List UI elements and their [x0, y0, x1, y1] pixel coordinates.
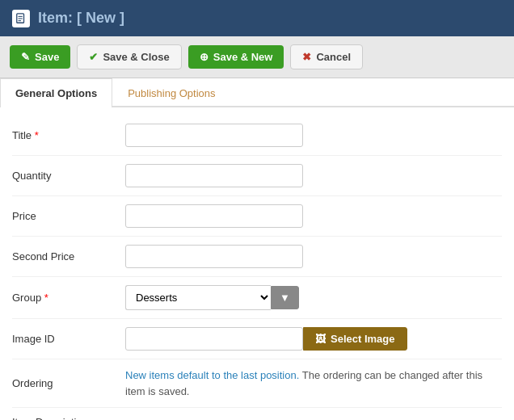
image-id-input-wrap: 🖼 Select Image — [125, 327, 502, 351]
second-price-label: Second Price — [12, 250, 125, 262]
second-price-input-wrap — [125, 245, 502, 268]
page-title: Item: [ New ] — [38, 10, 124, 27]
price-input-wrap — [125, 204, 502, 228]
group-select[interactable]: Desserts Appetizers Main Course Beverage… — [125, 285, 271, 310]
group-row: Group * Desserts Appetizers Main Course … — [12, 277, 502, 319]
title-input-wrap — [125, 124, 502, 147]
plus-circle-icon: ⊕ — [200, 51, 209, 63]
group-select-wrap: Desserts Appetizers Main Course Beverage… — [125, 285, 502, 310]
tabs-container: General Options Publishing Options — [0, 78, 514, 107]
main-content: General Options Publishing Options Title… — [0, 78, 514, 420]
quantity-label: Quantity — [12, 170, 125, 182]
second-price-row: Second Price — [12, 237, 502, 277]
cancel-button[interactable]: ✖ Cancel — [290, 44, 363, 69]
toolbar: ✎ Save ✔ Save & Close ⊕ Save & New ✖ Can… — [0, 36, 514, 78]
check-icon: ✔ — [89, 51, 98, 63]
image-id-label: Image ID — [12, 333, 125, 345]
page-header: Item: [ New ] — [0, 0, 514, 36]
document-icon — [12, 10, 30, 27]
select-image-button[interactable]: 🖼 Select Image — [303, 327, 407, 351]
second-price-input[interactable] — [125, 245, 303, 268]
save-icon: ✎ — [21, 51, 30, 63]
price-input[interactable] — [125, 204, 303, 228]
ordering-label: Ordering — [12, 377, 125, 389]
image-icon: 🖼 — [315, 333, 326, 345]
group-dropdown-button[interactable]: ▼ — [271, 286, 299, 309]
tab-publishing[interactable]: Publishing Options — [112, 78, 230, 107]
save-close-button[interactable]: ✔ Save & Close — [77, 44, 181, 69]
quantity-input-wrap — [125, 164, 502, 187]
item-description-label: Item Description — [12, 416, 125, 420]
item-description-row: Item Description — [12, 408, 502, 420]
ordering-text-wrap: New items default to the last position. … — [125, 368, 502, 399]
group-label: Group * — [12, 292, 125, 304]
title-label: Title * — [12, 129, 125, 141]
quantity-input[interactable] — [125, 164, 303, 187]
title-row: Title * — [12, 116, 502, 156]
tab-general[interactable]: General Options — [0, 78, 112, 107]
image-id-input[interactable] — [125, 327, 303, 351]
form-area: Title * Quantity Price — [0, 107, 514, 420]
price-row: Price — [12, 196, 502, 237]
ordering-info: New items default to the last position. … — [125, 368, 502, 399]
image-id-row: Image ID 🖼 Select Image — [12, 319, 502, 359]
save-button[interactable]: ✎ Save — [10, 45, 70, 69]
price-label: Price — [12, 210, 125, 222]
quantity-row: Quantity — [12, 156, 502, 196]
x-circle-icon: ✖ — [302, 51, 311, 63]
save-new-button[interactable]: ⊕ Save & New — [188, 45, 284, 69]
title-input[interactable] — [125, 124, 303, 147]
ordering-row: Ordering New items default to the last p… — [12, 359, 502, 408]
